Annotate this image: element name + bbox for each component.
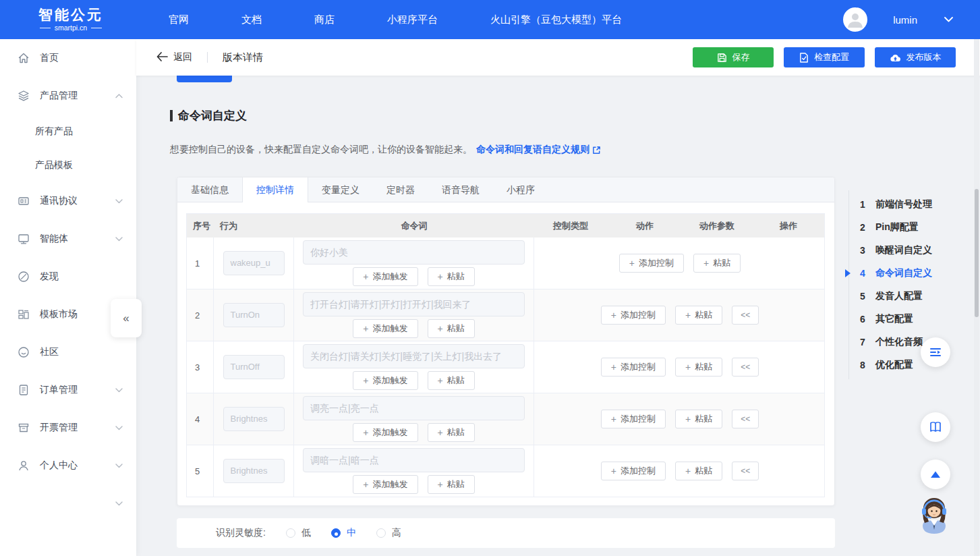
radio-medium[interactable]: 中 [331, 527, 356, 539]
command-input[interactable]: 调暗一点|暗一点 [303, 448, 525, 472]
tab-timer[interactable]: 定时器 [373, 177, 428, 202]
step-other-config[interactable]: 6其它配置 [849, 308, 932, 331]
behavior-input[interactable]: TurnOff [223, 355, 285, 379]
chevron-down-icon[interactable] [944, 17, 953, 22]
tab-control-detail[interactable]: 控制详情 [243, 177, 308, 202]
sidebar-collapse-button[interactable]: « [111, 299, 142, 337]
step-wakeword[interactable]: 3唤醒词自定义 [849, 239, 932, 262]
title-bar-decor [170, 110, 173, 121]
step-label: 个性化音频 [875, 336, 923, 348]
paste-button[interactable]: +粘贴 [675, 462, 722, 480]
sidebar-item-home[interactable]: 首页 [0, 39, 136, 77]
behavior-input[interactable]: TurnOn [223, 303, 285, 327]
add-trigger-button[interactable]: +添加触发 [353, 475, 417, 494]
logo[interactable]: 智能公元 smartpi.cn [27, 7, 115, 32]
paste-button[interactable]: +粘贴 [428, 423, 475, 442]
step-pin-config[interactable]: 2Pin脚配置 [849, 216, 932, 239]
command-input[interactable]: 关闭台灯|请关灯|关灯|睡觉了|关上灯|我出去了 [303, 344, 525, 368]
nav-item-volcano-platform[interactable]: 火山引擎（豆包大模型）平台 [490, 13, 622, 26]
nav-item-docs[interactable]: 文档 [241, 13, 262, 26]
publish-version-button[interactable]: 发布版本 [875, 47, 956, 67]
collapse-row-button[interactable]: << [732, 306, 759, 325]
paste-button[interactable]: +粘贴 [428, 267, 475, 286]
username[interactable]: lumin [893, 14, 917, 26]
nav-item-store[interactable]: 商店 [314, 13, 335, 26]
logo-subtitle-text: smartpi.cn [55, 24, 87, 32]
sidebar-item-extra[interactable] [0, 484, 136, 522]
check-config-button[interactable]: 检查配置 [784, 47, 865, 67]
tab-variable-definition[interactable]: 变量定义 [308, 177, 373, 202]
sidebar-item-communication-protocol[interactable]: 通讯协议 [0, 182, 136, 220]
tab-miniprogram[interactable]: 小程序 [493, 177, 548, 202]
paste-button[interactable]: +粘贴 [693, 254, 741, 273]
nav-item-miniprogram-platform[interactable]: 小程序平台 [387, 13, 438, 26]
plus-icon: + [363, 271, 368, 282]
collapse-row-button[interactable]: << [732, 410, 759, 428]
step-voice-config[interactable]: 5发音人配置 [849, 285, 932, 308]
page-scrollbar[interactable] [974, 39, 979, 556]
add-trigger-button[interactable]: +添加触发 [353, 267, 417, 286]
command-buttons: +添加触发 +粘贴 [303, 371, 525, 390]
sidebar-item-community[interactable]: 社区 [0, 333, 136, 371]
tab-bar: 基础信息 控制详情 变量定义 定时器 语音导航 小程序 [177, 177, 834, 202]
command-input[interactable]: 你好小美 [303, 240, 525, 265]
steps-toggle-button[interactable] [921, 337, 950, 367]
tab-voice-navigation[interactable]: 语音导航 [428, 177, 493, 202]
sidebar-item-personal-center[interactable]: 个人中心 [0, 447, 136, 484]
behavior-input[interactable]: Brightnes [223, 407, 285, 431]
collapse-row-button[interactable]: << [732, 462, 759, 480]
sidebar-item-order-management[interactable]: 订单管理 [0, 371, 136, 409]
add-control-button[interactable]: +添加控制 [601, 306, 666, 325]
paste-button[interactable]: +粘贴 [428, 319, 475, 338]
add-control-button[interactable]: +添加控制 [619, 254, 684, 273]
control-cell: +添加控制 +粘贴 << [534, 393, 826, 445]
rules-link[interactable]: 命令词和回复语自定义规则 [476, 144, 601, 156]
col-header-operation: 操作 [751, 220, 826, 232]
add-trigger-button[interactable]: +添加触发 [353, 319, 417, 338]
behavior-input[interactable]: Brightnes [223, 459, 285, 483]
command-input[interactable]: 调亮一点|亮一点 [303, 396, 525, 420]
control-cell: +添加控制 +粘贴 << [534, 289, 826, 341]
radio-high[interactable]: 高 [376, 527, 401, 539]
sidebar-item-product-templates[interactable]: 产品模板 [0, 148, 136, 182]
paste-button[interactable]: +粘贴 [428, 371, 475, 390]
collapse-row-button[interactable]: << [732, 358, 759, 377]
add-control-button[interactable]: +添加控制 [601, 410, 666, 428]
customer-service-avatar[interactable] [915, 495, 954, 536]
step-optimize-config[interactable]: 8优化配置 [849, 354, 932, 377]
sidebar: 首页 产品管理 所有产品 产品模板 通讯协议 智能体 发现 模板市场 社区 订单… [0, 39, 136, 556]
radio-low[interactable]: 低 [286, 527, 311, 539]
sidebar-item-all-products[interactable]: 所有产品 [0, 115, 136, 148]
paste-button[interactable]: +粘贴 [675, 306, 722, 325]
clipped-button[interactable] [177, 76, 232, 82]
nav-item-official-site[interactable]: 官网 [169, 13, 189, 26]
docs-button[interactable] [921, 412, 950, 442]
sidebar-item-discover[interactable]: 发现 [0, 258, 136, 296]
paste-button[interactable]: +粘贴 [675, 410, 722, 428]
scrollbar-thumb[interactable] [975, 189, 979, 317]
sidebar-item-agent[interactable]: 智能体 [0, 220, 136, 258]
add-control-button[interactable]: +添加控制 [601, 462, 666, 480]
behavior-input[interactable]: wakeup_u [223, 251, 285, 275]
sensitivity-label: 识别灵敏度: [216, 527, 266, 539]
section-title-row: 命令词自定义 [170, 108, 247, 123]
sidebar-item-product-management[interactable]: 产品管理 [0, 77, 136, 115]
back-button[interactable]: 返回 [156, 51, 192, 63]
command-input[interactable]: 打开台灯|请开灯|开灯|打开灯|我回来了 [303, 292, 525, 316]
add-trigger-button[interactable]: +添加触发 [353, 423, 417, 442]
layers-icon [18, 90, 30, 102]
command-cell: 调暗一点|暗一点 +添加触发 +粘贴 [294, 445, 534, 497]
add-trigger-button[interactable]: +添加触发 [353, 371, 417, 390]
save-button[interactable]: 保存 [693, 47, 774, 67]
back-to-top-button[interactable] [921, 460, 950, 489]
add-control-button[interactable]: +添加控制 [601, 358, 666, 377]
step-command-words[interactable]: 4命令词自定义 [849, 262, 932, 285]
tab-basic-info[interactable]: 基础信息 [177, 177, 243, 202]
add-trigger-label: 添加触发 [373, 426, 408, 439]
sidebar-item-invoice-management[interactable]: 开票管理 [0, 409, 136, 447]
step-front-signal[interactable]: 1前端信号处理 [849, 193, 932, 216]
step-personal-audio[interactable]: 7个性化音频 [849, 331, 932, 354]
paste-button[interactable]: +粘贴 [428, 475, 475, 494]
user-avatar[interactable] [843, 7, 867, 32]
paste-button[interactable]: +粘贴 [675, 358, 722, 377]
